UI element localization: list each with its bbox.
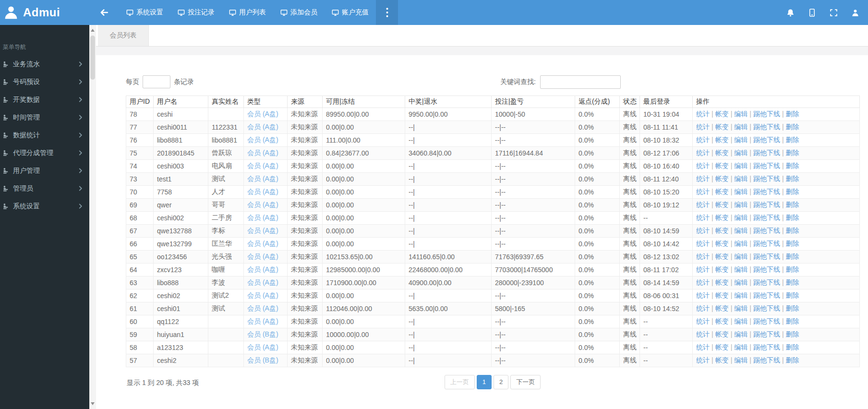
action-delete[interactable]: 删除 — [786, 136, 799, 144]
action-account-change[interactable]: 帐变 — [715, 356, 729, 364]
member-type-link[interactable]: 会员 (A盘) — [247, 240, 278, 247]
action-delete[interactable]: 删除 — [786, 330, 799, 338]
action-account-change[interactable]: 帐变 — [715, 253, 729, 260]
action-account-change[interactable]: 帐变 — [715, 188, 729, 195]
action-account-change[interactable]: 帐变 — [715, 149, 729, 156]
action-stats[interactable]: 统计 — [696, 214, 710, 221]
sidebar-item-0[interactable]: 业务流水 — [0, 55, 89, 73]
action-kick-offline[interactable]: 踢他下线 — [753, 356, 780, 364]
keyword-search-input[interactable] — [540, 75, 621, 89]
member-type-link[interactable]: 会员 (A盘) — [247, 123, 278, 131]
member-type-link[interactable]: 会员 (A盘) — [247, 110, 278, 118]
action-edit[interactable]: 编辑 — [734, 343, 747, 351]
action-account-change[interactable]: 帐变 — [715, 162, 729, 169]
action-account-change[interactable]: 帐变 — [715, 136, 729, 144]
action-edit[interactable]: 编辑 — [734, 136, 747, 144]
per-page-input[interactable] — [143, 75, 170, 88]
action-kick-offline[interactable]: 踢他下线 — [753, 175, 780, 182]
action-account-change[interactable]: 帐变 — [715, 278, 729, 286]
nav-item-1[interactable]: 投注记录 — [170, 0, 222, 25]
user-menu-button[interactable] — [844, 0, 866, 25]
action-account-change[interactable]: 帐变 — [715, 175, 729, 182]
action-edit[interactable]: 编辑 — [734, 188, 747, 195]
action-kick-offline[interactable]: 踢他下线 — [753, 162, 780, 169]
action-delete[interactable]: 删除 — [786, 265, 799, 273]
action-account-change[interactable]: 帐变 — [715, 343, 729, 351]
action-edit[interactable]: 编辑 — [734, 214, 747, 221]
member-type-link[interactable]: 会员 (A盘) — [247, 253, 278, 260]
action-edit[interactable]: 编辑 — [734, 227, 747, 234]
action-kick-offline[interactable]: 踢他下线 — [753, 253, 780, 260]
nav-item-0[interactable]: 系统设置 — [119, 0, 170, 25]
action-kick-offline[interactable]: 踢他下线 — [753, 149, 780, 156]
notifications-button[interactable] — [780, 0, 801, 25]
action-stats[interactable]: 统计 — [696, 343, 710, 351]
action-stats[interactable]: 统计 — [696, 330, 710, 338]
action-kick-offline[interactable]: 踢他下线 — [753, 123, 780, 131]
action-kick-offline[interactable]: 踢他下线 — [753, 291, 780, 299]
mobile-view-button[interactable] — [801, 0, 823, 25]
action-account-change[interactable]: 帐变 — [715, 291, 729, 299]
action-stats[interactable]: 统计 — [696, 227, 710, 234]
member-type-link[interactable]: 会员 (A盘) — [247, 136, 278, 144]
action-delete[interactable]: 删除 — [786, 304, 799, 312]
action-account-change[interactable]: 帐变 — [715, 330, 729, 338]
action-kick-offline[interactable]: 踢他下线 — [753, 110, 780, 118]
action-stats[interactable]: 统计 — [696, 317, 710, 325]
sidebar-item-7[interactable]: 管理员 — [0, 180, 89, 197]
action-delete[interactable]: 删除 — [786, 201, 799, 208]
action-account-change[interactable]: 帐变 — [715, 110, 729, 118]
action-edit[interactable]: 编辑 — [734, 110, 747, 118]
action-kick-offline[interactable]: 踢他下线 — [753, 330, 780, 338]
action-kick-offline[interactable]: 踢他下线 — [753, 240, 780, 247]
action-kick-offline[interactable]: 踢他下线 — [753, 188, 780, 195]
scrollbar-down-icon[interactable] — [91, 402, 95, 405]
action-kick-offline[interactable]: 踢他下线 — [753, 136, 780, 144]
action-delete[interactable]: 删除 — [786, 123, 799, 131]
content-scrollbar[interactable] — [89, 25, 96, 409]
action-delete[interactable]: 删除 — [786, 253, 799, 260]
action-edit[interactable]: 编辑 — [734, 278, 747, 286]
action-account-change[interactable]: 帐变 — [715, 201, 729, 208]
sidebar-item-4[interactable]: 数据统计 — [0, 126, 89, 144]
action-kick-offline[interactable]: 踢他下线 — [753, 304, 780, 312]
action-delete[interactable]: 删除 — [786, 317, 799, 325]
action-stats[interactable]: 统计 — [696, 175, 710, 182]
nav-item-3[interactable]: 添加会员 — [273, 0, 325, 25]
action-edit[interactable]: 编辑 — [734, 162, 747, 169]
member-type-link[interactable]: 会员 (A盘) — [247, 175, 278, 182]
sidebar-item-8[interactable]: 系统设置 — [0, 197, 89, 215]
member-type-link[interactable]: 会员 (A盘) — [247, 278, 278, 286]
action-stats[interactable]: 统计 — [696, 240, 710, 247]
sidebar-item-2[interactable]: 开奖数据 — [0, 91, 89, 108]
action-delete[interactable]: 删除 — [786, 343, 799, 351]
action-edit[interactable]: 编辑 — [734, 201, 747, 208]
member-type-link[interactable]: 会员 (A盘) — [247, 343, 278, 351]
action-stats[interactable]: 统计 — [696, 149, 710, 156]
action-account-change[interactable]: 帐变 — [715, 304, 729, 312]
scrollbar-thumb[interactable] — [90, 36, 95, 80]
action-delete[interactable]: 删除 — [786, 227, 799, 234]
member-type-link[interactable]: 会员 (A盘) — [247, 149, 278, 156]
action-kick-offline[interactable]: 踢他下线 — [753, 343, 780, 351]
member-type-link[interactable]: 会员 (A盘) — [247, 201, 278, 208]
sidebar-item-6[interactable]: 用户管理 — [0, 162, 89, 180]
member-type-link[interactable]: 会员 (A盘) — [247, 188, 278, 195]
nav-item-2[interactable]: 用户列表 — [222, 0, 273, 25]
action-stats[interactable]: 统计 — [696, 136, 710, 144]
page-button-1[interactable]: 1 — [477, 375, 492, 389]
sidebar-item-1[interactable]: 号码预设 — [0, 73, 89, 91]
member-type-link[interactable]: 会员 (A盘) — [247, 214, 278, 221]
action-edit[interactable]: 编辑 — [734, 317, 747, 325]
action-account-change[interactable]: 帐变 — [715, 240, 729, 247]
action-kick-offline[interactable]: 踢他下线 — [753, 201, 780, 208]
scrollbar-up-icon[interactable] — [91, 29, 95, 32]
action-edit[interactable]: 编辑 — [734, 304, 747, 312]
member-type-link[interactable]: 会员 (B盘) — [247, 330, 278, 338]
action-stats[interactable]: 统计 — [696, 265, 710, 273]
action-edit[interactable]: 编辑 — [734, 240, 747, 247]
action-account-change[interactable]: 帐变 — [715, 227, 729, 234]
action-stats[interactable]: 统计 — [696, 304, 710, 312]
member-type-link[interactable]: 会员 (A盘) — [247, 304, 278, 312]
nav-more-button[interactable] — [376, 0, 398, 25]
